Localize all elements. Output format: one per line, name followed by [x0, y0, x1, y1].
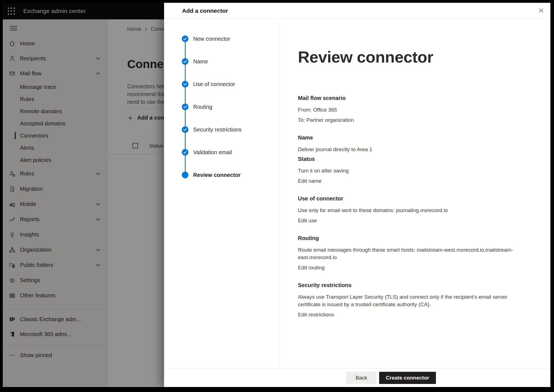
section-value: To: Partner organization — [298, 116, 531, 124]
section-use-of-connector: Use of connector Use only for email sent… — [298, 195, 531, 224]
wizard-rail-divider — [279, 18, 280, 368]
review-content: Review connector Mail flow scenario From… — [298, 48, 531, 329]
section-name-status: Name Deliver journal directly to Area 1 … — [298, 135, 531, 185]
section-value: Always use Transport Layer Security (TLS… — [298, 293, 531, 308]
section-heading: Status — [298, 156, 531, 162]
edit-use-link[interactable]: Edit use — [298, 217, 317, 224]
section-heading: Security restrictions — [298, 282, 531, 288]
review-heading: Review connector — [298, 48, 531, 66]
close-icon — [538, 7, 545, 14]
section-value: Use only for email sent to these domains… — [298, 207, 531, 214]
step-completed-icon — [182, 81, 188, 87]
section-heading: Mail flow scenario — [298, 95, 531, 101]
step-completed-icon — [182, 104, 188, 110]
edit-restrictions-link[interactable]: Edit restrictions — [298, 311, 334, 318]
section-value: Route email messages through these smart… — [298, 246, 531, 261]
dialog-title: Add a connector — [182, 7, 228, 14]
step-completed-icon — [182, 126, 188, 133]
create-connector-button[interactable]: Create connector — [379, 372, 436, 384]
section-value: From: Office 365 — [298, 106, 531, 114]
step-completed-icon — [182, 149, 188, 156]
back-button[interactable]: Back — [346, 372, 377, 384]
section-heading: Routing — [298, 235, 531, 241]
section-value: Turn it on after saving — [298, 167, 531, 174]
edit-routing-link[interactable]: Edit routing — [298, 264, 325, 271]
step-current-icon — [182, 172, 188, 178]
section-mail-flow-scenario: Mail flow scenario From: Office 365 To: … — [298, 95, 531, 124]
section-heading: Name — [298, 135, 531, 141]
section-heading: Use of connector — [298, 195, 531, 202]
step-completed-icon — [182, 58, 188, 65]
footer-divider — [164, 368, 550, 368]
section-value: Deliver journal directly to Area 1 — [298, 146, 531, 153]
step-completed-icon — [182, 35, 188, 42]
close-button[interactable] — [536, 5, 547, 16]
section-routing: Routing Route email messages through the… — [298, 235, 531, 271]
app-window: Exchange admin center Home Recipients Ma… — [3, 3, 550, 387]
dialog-header: Add a connector — [164, 3, 550, 18]
add-connector-dialog: Add a connector New connector Name Use o… — [164, 3, 550, 387]
edit-name-link[interactable]: Edit name — [298, 177, 322, 185]
section-security-restrictions: Security restrictions Always use Transpo… — [298, 282, 531, 318]
